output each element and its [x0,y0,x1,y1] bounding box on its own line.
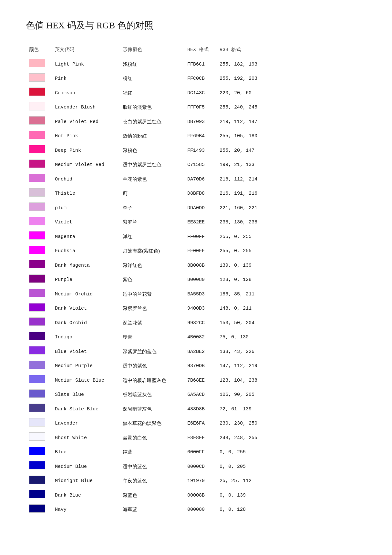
table-row: Light Pink浅粉红FFB6C1255, 182, 193 [26,57,366,72]
color-hex: 191970 [184,474,216,488]
color-swatch [29,116,45,125]
color-cn: 适中的紫罗兰红色 [119,158,184,172]
table-row: Fuchsia灯笼海棠(紫红色)FF00FF255, 0, 255 [26,244,366,259]
color-hex: 483D8B [184,402,216,416]
table-row: Dark Slate Blue深岩暗蓝灰色483D8B72, 61, 139 [26,402,366,416]
color-cn: 深岩暗蓝灰色 [119,402,184,416]
color-hex: D8BFD8 [184,187,216,201]
color-cn: 深兰花紫 [119,316,184,330]
color-name: Deep Pink [52,143,119,158]
color-rgb: 248, 248, 255 [216,431,366,445]
table-row: Pale Violet Red苍白的紫罗兰红色DB7093219, 112, 1… [26,115,366,129]
color-swatch [29,490,45,498]
color-cn: 适中的蓝色 [119,459,184,474]
color-hex: 00008B [184,488,216,503]
color-swatch [29,174,45,182]
color-swatch [29,346,45,355]
color-swatch [29,418,45,427]
color-cn: 洋红 [119,230,184,244]
color-rgb: 75, 0, 130 [216,330,366,345]
table-row: Dark Magenta深洋红色8B008B139, 0, 139 [26,258,366,273]
color-cn: 靛青 [119,330,184,345]
color-cn: 脸红的淡紫色 [119,100,184,115]
color-swatch [29,59,45,67]
color-rgb: 255, 192, 203 [216,72,366,86]
color-name: Dark Slate Blue [52,402,119,416]
color-name: Slate Blue [52,388,119,402]
color-cn: 深蓝色 [119,488,184,503]
color-cn: 苍白的紫罗兰红色 [119,115,184,129]
color-swatch [29,73,45,82]
color-rgb: 0, 0, 139 [216,488,366,503]
table-row: Blue纯蓝0000FF0, 0, 255 [26,445,366,460]
color-hex: EE82EE [184,215,216,230]
color-cn: 浅粉红 [119,57,184,72]
color-cn: 灯笼海棠(紫红色) [119,244,184,259]
header-rgb: RGB 格式 [216,45,366,57]
color-rgb: 199, 21, 133 [216,158,366,172]
color-hex: FF00FF [184,244,216,259]
color-hex: FF69B4 [184,129,216,144]
table-row: Medium Violet Red适中的紫罗兰红色C71585199, 21, … [26,158,366,172]
table-row: Medium Slate Blue适中的板岩暗蓝灰色7B68EE123, 104… [26,373,366,388]
color-hex: 9932CC [184,316,216,330]
color-swatch [29,289,45,297]
color-name: Fuchsia [52,244,119,259]
color-name: Blue Violet [52,344,119,359]
color-name: Lavender [52,416,119,431]
color-hex: FF1493 [184,143,216,158]
color-cn: 熏衣草花的淡紫色 [119,416,184,431]
color-cn: 热情的粉红 [119,129,184,144]
color-hex: 0000CD [184,459,216,474]
color-rgb: 72, 61, 139 [216,402,366,416]
page-title: 色值 HEX 码及与 RGB 色的对照 [26,19,366,32]
color-swatch [29,274,45,283]
color-swatch [29,87,45,96]
color-hex: 000080 [184,503,216,517]
color-swatch [29,375,45,383]
color-rgb: 128, 0, 128 [216,273,366,287]
color-rgb: 219, 112, 147 [216,115,366,129]
table-row: Medium Orchid适中的兰花紫BA55D3186, 85, 211 [26,287,366,302]
color-rgb: 138, 43, 226 [216,344,366,359]
color-hex: FFB6C1 [184,57,216,72]
table-row: Lavender Blush脸红的淡紫色FFF0F5255, 240, 245 [26,100,366,115]
color-rgb: 106, 90, 205 [216,388,366,402]
header-cn: 形像颜色 [119,45,184,57]
color-name: Medium Slate Blue [52,373,119,388]
color-rgb: 255, 20, 147 [216,143,366,158]
color-cn: 粉红 [119,72,184,86]
color-cn: 海军蓝 [119,503,184,517]
color-swatch [29,447,45,455]
color-name: Medium Orchid [52,287,119,302]
color-rgb: 139, 0, 139 [216,258,366,273]
table-row: Medium Blue适中的蓝色0000CD0, 0, 205 [26,459,366,474]
table-row: Medium Purple适中的紫色9370DB147, 112, 219 [26,359,366,374]
color-name: plum [52,201,119,215]
color-name: Hot Pink [52,129,119,144]
color-hex: FFC0CB [184,72,216,86]
color-cn: 猩红 [119,86,184,100]
table-row: Magenta洋红FF00FF255, 0, 255 [26,230,366,244]
color-hex: 8B008B [184,258,216,273]
color-swatch [29,303,45,312]
color-cn: 兰花的紫色 [119,172,184,187]
header-color: 颜色 [26,45,52,57]
color-swatch [29,504,45,513]
color-hex: 9370DB [184,359,216,374]
color-name: Medium Purple [52,359,119,374]
table-row: Dark Violet深紫罗兰色9400D3148, 0, 211 [26,302,366,316]
color-name: Ghost White [52,431,119,445]
color-swatch [29,102,45,110]
table-row: Blue Violet深紫罗兰的蓝色8A2BE2138, 43, 226 [26,344,366,359]
color-hex: C71585 [184,158,216,172]
color-hex: DB7093 [184,115,216,129]
color-cn: 紫色 [119,273,184,287]
table-row: Indigo靛青4B008275, 0, 130 [26,330,366,345]
header-name: 英文代码 [52,45,119,57]
color-cn: 深紫罗兰色 [119,302,184,316]
color-hex: 0000FF [184,445,216,460]
color-cn: 深紫罗兰的蓝色 [119,344,184,359]
table-row: Midnight Blue午夜的蓝色19197025, 25, 112 [26,474,366,488]
color-name: Dark Violet [52,302,119,316]
